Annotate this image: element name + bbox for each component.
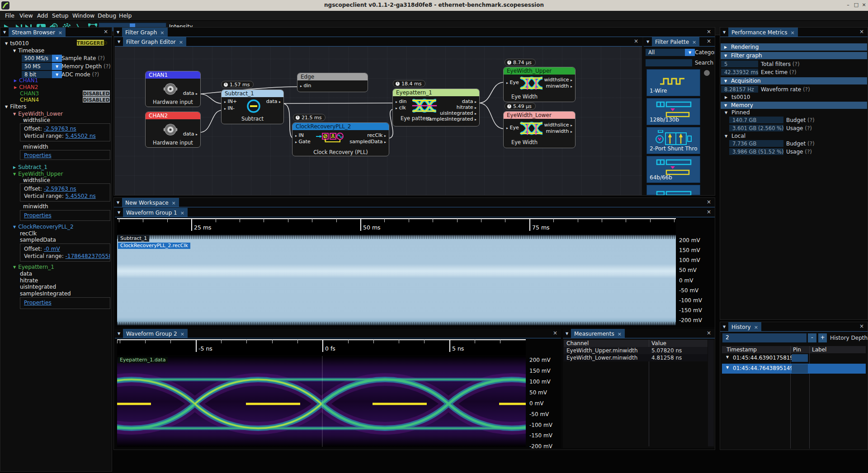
window-close-icon[interactable]: × [856, 28, 868, 37]
maximize-icon[interactable]: □ [853, 2, 860, 8]
input-port[interactable]: ▸ Eye [506, 80, 519, 85]
minimize-icon[interactable]: – [844, 2, 852, 8]
sample-rate-dropdown[interactable]: 500 MS/s▼ [22, 55, 62, 62]
tab-history[interactable]: History× [728, 322, 761, 331]
range-link[interactable]: 5.45502 ns [66, 133, 96, 139]
menu-view[interactable]: View [19, 12, 33, 19]
collapse-icon[interactable]: ▼ [115, 37, 123, 46]
tree-item-eyewidth-lower[interactable]: ▼EyeWidth_Lower [13, 111, 63, 117]
section-rendering[interactable]: ▶ Rendering [721, 43, 867, 51]
help-icon[interactable]: (?) [92, 71, 99, 78]
window-close-icon[interactable]: × [703, 329, 715, 338]
node-edge[interactable]: Edge ▸ din [297, 73, 368, 92]
tab-stream-browser[interactable]: Stream Browser× [9, 28, 66, 37]
collapse-icon[interactable]: ▼ [563, 329, 571, 338]
section-filter-graph[interactable]: ▼ Filter graph [721, 52, 867, 59]
palette-item-partial[interactable] [646, 185, 700, 195]
node-eyepattern[interactable]: Eyepattern_1 ▸ din ▸ clk data ▸ hitrate … [392, 89, 480, 126]
output-port[interactable]: data ▸ [183, 131, 198, 137]
output-port[interactable]: minwidth ▸ [546, 83, 572, 89]
tab-filter-graph[interactable]: Filter Graph× [122, 28, 168, 37]
node-eyewidth-lower[interactable]: EyeWidth_Lower ▸ Eye widthslice ▸ minwid… [503, 111, 576, 148]
collapse-icon[interactable]: ▼ [644, 37, 652, 46]
wg1-channel-label-recclk[interactable]: ClockRecoveryPLL_2.recClk [118, 243, 190, 249]
menu-add[interactable]: Add [37, 12, 48, 19]
table-row[interactable]: EyeWidth_Lower.minwidth 4.81258 ns [564, 354, 708, 361]
depth-increment-button[interactable]: + [818, 333, 827, 342]
tab-new-workspace[interactable]: New Workspace× [122, 198, 179, 207]
history-depth-input[interactable]: 2 [722, 333, 807, 342]
section-memory[interactable]: ▼ Memory [721, 102, 867, 109]
history-row-selected[interactable]: ▼ 01:45:44.7643895149 [722, 364, 866, 374]
tab-waveform-group-2[interactable]: Waveform Group 2× [123, 329, 188, 338]
output-port[interactable]: widthslice ▸ [544, 77, 573, 83]
wg2-timeline-ruler[interactable]: -5 ns 0 fs 5 ns [117, 339, 526, 356]
tab-close-icon[interactable]: × [754, 324, 758, 330]
input-port[interactable]: ▸ clk [396, 105, 406, 111]
tree-item-filters[interactable]: ▼Filters [5, 103, 26, 110]
history-row[interactable]: ▼ 01:45:44.6390175819 [722, 354, 866, 363]
window-close-icon[interactable]: × [100, 28, 112, 37]
tab-close-icon[interactable]: × [160, 30, 164, 36]
palette-item-64b66b[interactable]: 64b/66b [646, 156, 700, 183]
input-port[interactable]: ▸ din [300, 83, 311, 89]
pin-checkbox[interactable] [792, 354, 808, 362]
output-port[interactable]: data ▸ [183, 90, 198, 96]
help-icon[interactable]: (?) [98, 55, 105, 61]
window-close-icon[interactable]: × [703, 28, 715, 37]
node-eyewidth-upper[interactable]: EyeWidth_Upper ▸ Eye widthslice ▸ minwid… [503, 67, 576, 102]
tree-item-timebase[interactable]: ▼Timebase [13, 47, 44, 54]
tree-item-clockrecoverypll[interactable]: ▼ClockRecoveryPLL_2 [13, 224, 74, 230]
column-header[interactable]: Timestamp [726, 347, 757, 353]
input-port[interactable]: ▸ IN [295, 132, 304, 138]
collapse-icon[interactable]: ▼ [720, 28, 728, 37]
output-port[interactable]: recClk ▸ [367, 132, 386, 138]
range-link[interactable]: 5.45502 ns [66, 193, 96, 199]
search-input[interactable] [646, 59, 692, 66]
wg1-waveform-plot[interactable]: Subtract_1 ClockRecoveryPLL_2.recClk [117, 235, 676, 325]
wg2-channel-label[interactable]: Eyepattern_1.data [118, 357, 168, 363]
offset-link[interactable]: -0 mV [44, 246, 60, 252]
properties-link[interactable]: Properties [24, 212, 52, 219]
tab-close-icon[interactable]: × [618, 331, 622, 337]
tree-item-local[interactable]: ▼ Local [725, 133, 745, 139]
palette-item-128b130b[interactable]: 128b/130b [646, 98, 700, 125]
menu-file[interactable]: File [5, 12, 14, 19]
chevron-down-icon[interactable]: ▼ [52, 71, 62, 78]
collapse-icon[interactable]: ▼ [115, 208, 123, 217]
tab-performance-metrics[interactable]: Performance Metrics× [728, 28, 798, 37]
close-icon[interactable]: × [860, 2, 868, 8]
wg1-timeline-ruler[interactable]: 25 ms 50 ms 75 ms [117, 218, 676, 234]
input-port[interactable]: ▸ Gate [295, 139, 311, 145]
input-port[interactable]: ▸ IN- [224, 105, 235, 111]
tab-close-icon[interactable]: × [180, 210, 184, 216]
input-port[interactable]: ▸ IN+ [224, 98, 237, 104]
tab-filter-palette[interactable]: Filter Palette× [652, 37, 699, 46]
tab-close-icon[interactable]: × [179, 39, 183, 45]
output-port[interactable]: data ▸ [266, 98, 281, 104]
window-close-icon[interactable]: × [703, 37, 715, 46]
collapse-icon[interactable]: ▼ [114, 28, 122, 37]
window-close-icon[interactable]: × [549, 329, 561, 338]
tree-item-pinned[interactable]: ▼ Pinned [725, 109, 750, 116]
window-close-icon[interactable]: × [703, 198, 715, 207]
node-chan2[interactable]: CHAN2 data ▸ Hardware input [145, 112, 201, 148]
input-port[interactable]: ▸ Eye [506, 125, 519, 131]
chevron-down-icon[interactable]: ▼ [52, 55, 62, 62]
help-icon[interactable]: (?) [789, 69, 797, 75]
output-port[interactable]: minwidth ▸ [546, 128, 572, 134]
output-port[interactable]: uisIntegrated ▸ [440, 110, 476, 116]
tab-close-icon[interactable]: × [692, 39, 696, 45]
input-port[interactable]: ▸ din [396, 98, 407, 104]
output-port[interactable]: widthslice ▸ [544, 122, 573, 128]
menu-setup[interactable]: Setup [52, 12, 68, 19]
tree-item-eyepattern[interactable]: ▼Eyepattern_1 [13, 264, 54, 270]
column-header[interactable]: Value [651, 340, 666, 347]
depth-decrement-button[interactable]: - [808, 333, 816, 342]
column-header[interactable]: Label [812, 347, 826, 353]
collapse-icon[interactable]: ▼ [720, 322, 728, 331]
palette-item-1wire[interactable]: 1-Wire [646, 69, 700, 96]
offset-link[interactable]: -2.59763 ns [44, 186, 76, 192]
window-close-icon[interactable]: × [630, 37, 642, 46]
help-icon[interactable]: (?) [807, 117, 815, 123]
